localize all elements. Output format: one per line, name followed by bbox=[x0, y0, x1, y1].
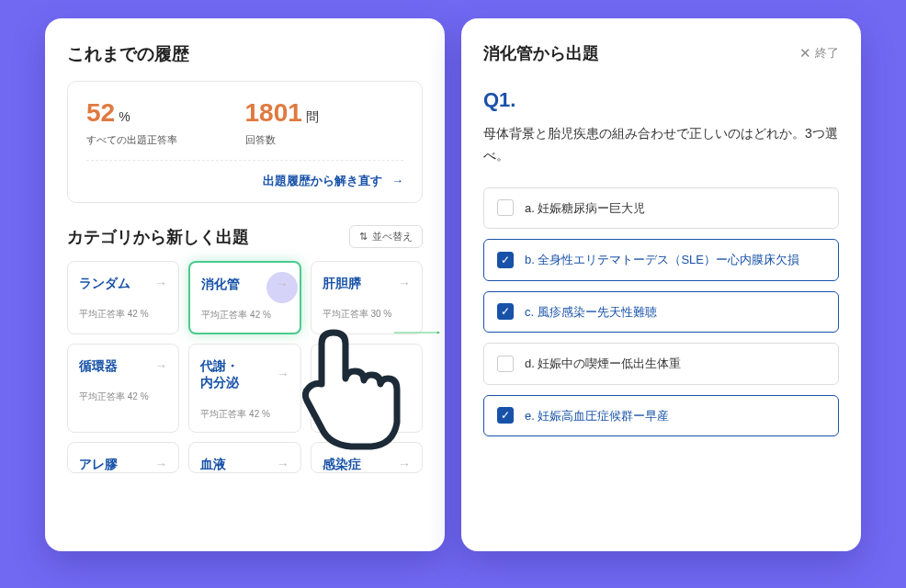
category-card-infection[interactable]: 感染症 → bbox=[311, 442, 423, 473]
category-card-allergy[interactable]: アレ膠 → bbox=[67, 442, 179, 473]
category-name: 血液 bbox=[200, 456, 226, 472]
accuracy-unit: % bbox=[119, 109, 130, 124]
chevron-right-icon: → bbox=[277, 367, 289, 381]
accuracy-value: 52 bbox=[86, 98, 115, 128]
option-d[interactable]: d. 妊娠中の喫煙ー低出生体重 bbox=[483, 343, 839, 385]
history-title: これまでの履歴 bbox=[67, 42, 423, 66]
quiz-title: 消化管から出題 bbox=[483, 42, 599, 64]
option-e[interactable]: ✓ e. 妊娠高血圧症候群ー早産 bbox=[483, 395, 839, 437]
chevron-right-icon: → bbox=[154, 358, 167, 373]
category-stat: 平均正答率 42 % bbox=[201, 309, 288, 322]
stats-box: 52 % すべての出題正答率 1801 問 回答数 出題履歴から解き直す → bbox=[67, 81, 423, 203]
category-card-liver[interactable]: 肝胆膵 → 平均正答率 30 % bbox=[311, 261, 423, 334]
option-c[interactable]: ✓ c. 風疹感染ー先天性難聴 bbox=[483, 291, 839, 334]
category-name: 循環器 bbox=[79, 357, 118, 374]
quiz-card: 消化管から出題 ✕ 終了 Q1. 母体背景と胎児疾患の組み合わせで正しいのはどれ… bbox=[461, 18, 861, 551]
answered-stat: 1801 問 回答数 bbox=[245, 98, 404, 147]
option-text: e. 妊娠高血圧症候群ー早産 bbox=[525, 407, 669, 425]
chevron-right-icon: → bbox=[154, 276, 167, 290]
category-stat: 平均正答率 30 % bbox=[323, 374, 411, 387]
option-text: b. 全身性エリテマトーデス（SLE）ー心内膜床欠損 bbox=[525, 251, 799, 269]
option-b[interactable]: ✓ b. 全身性エリテマトーデス（SLE）ー心内膜床欠損 bbox=[483, 239, 839, 281]
history-link[interactable]: 出題履歴から解き直す → bbox=[263, 174, 403, 187]
answered-unit: 問 bbox=[306, 109, 319, 126]
checkbox-checked-icon: ✓ bbox=[497, 252, 514, 268]
checkbox-checked-icon: ✓ bbox=[497, 407, 514, 424]
category-card-digestive[interactable]: 消化管 → 平均正答率 42 % bbox=[188, 261, 300, 334]
category-stat: 平均正答率 42 % bbox=[79, 390, 167, 403]
close-label: 終了 bbox=[815, 45, 839, 62]
category-card-hidden[interactable]: 平均正答率 30 % bbox=[311, 344, 423, 432]
answered-label: 回答数 bbox=[245, 133, 404, 147]
category-grid: ランダム → 平均正答率 42 % 消化管 → 平均正答率 42 % 肝胆膵 →… bbox=[67, 261, 423, 473]
chevron-right-icon: → bbox=[154, 457, 167, 471]
checkbox-icon bbox=[497, 199, 514, 216]
category-name: 消化管 bbox=[201, 276, 240, 292]
option-text: a. 妊娠糖尿病ー巨大児 bbox=[525, 199, 645, 218]
category-stat: 平均正答率 42 % bbox=[79, 308, 167, 321]
category-card-blood[interactable]: 血液 → bbox=[188, 442, 300, 473]
history-card: これまでの履歴 52 % すべての出題正答率 1801 問 回答数 bbox=[45, 18, 445, 551]
quiz-close-button[interactable]: ✕ 終了 bbox=[799, 45, 839, 62]
close-icon: ✕ bbox=[799, 45, 811, 62]
sort-button[interactable]: ⇅ 並べ替え bbox=[349, 225, 423, 248]
accuracy-stat: 52 % すべての出題正答率 bbox=[86, 98, 245, 147]
category-card-metabolic[interactable]: 代謝・ 内分泌 → 平均正答率 42 % bbox=[188, 344, 300, 432]
option-text: d. 妊娠中の喫煙ー低出生体重 bbox=[525, 355, 681, 373]
options-list: a. 妊娠糖尿病ー巨大児 ✓ b. 全身性エリテマトーデス（SLE）ー心内膜床欠… bbox=[483, 187, 839, 437]
category-stat: 平均正答率 42 % bbox=[200, 408, 289, 421]
sort-icon: ⇅ bbox=[359, 231, 368, 243]
sort-label: 並べ替え bbox=[372, 230, 413, 243]
answered-value: 1801 bbox=[245, 98, 302, 128]
accuracy-label: すべての出題正答率 bbox=[86, 133, 245, 147]
question-number: Q1. bbox=[483, 88, 839, 112]
category-name: ランダム bbox=[79, 275, 130, 291]
chevron-right-icon: → bbox=[276, 277, 289, 291]
option-a[interactable]: a. 妊娠糖尿病ー巨大児 bbox=[483, 187, 839, 230]
category-name: 肝胆膵 bbox=[323, 275, 361, 291]
history-link-text: 出題履歴から解き直す bbox=[263, 174, 382, 187]
category-name: アレ膠 bbox=[79, 456, 118, 472]
option-text: c. 風疹感染ー先天性難聴 bbox=[525, 303, 657, 322]
chevron-right-icon: → bbox=[398, 457, 411, 471]
chevron-right-icon: → bbox=[277, 457, 289, 471]
chevron-right-icon: → bbox=[398, 276, 411, 290]
category-card-random[interactable]: ランダム → 平均正答率 42 % bbox=[67, 261, 179, 334]
question-text: 母体背景と胎児疾患の組み合わせで正しいのはどれか。3つ選べ。 bbox=[483, 123, 839, 167]
category-card-cardio[interactable]: 循環器 → 平均正答率 42 % bbox=[67, 344, 179, 432]
category-title: カテゴリから新しく出題 bbox=[67, 226, 249, 248]
arrow-right-icon: → bbox=[391, 174, 403, 187]
checkbox-icon bbox=[497, 356, 514, 372]
category-name: 感染症 bbox=[323, 456, 361, 472]
category-name: 代謝・ 内分泌 bbox=[200, 357, 239, 390]
checkbox-checked-icon: ✓ bbox=[497, 303, 514, 320]
category-stat: 平均正答率 30 % bbox=[323, 308, 411, 321]
